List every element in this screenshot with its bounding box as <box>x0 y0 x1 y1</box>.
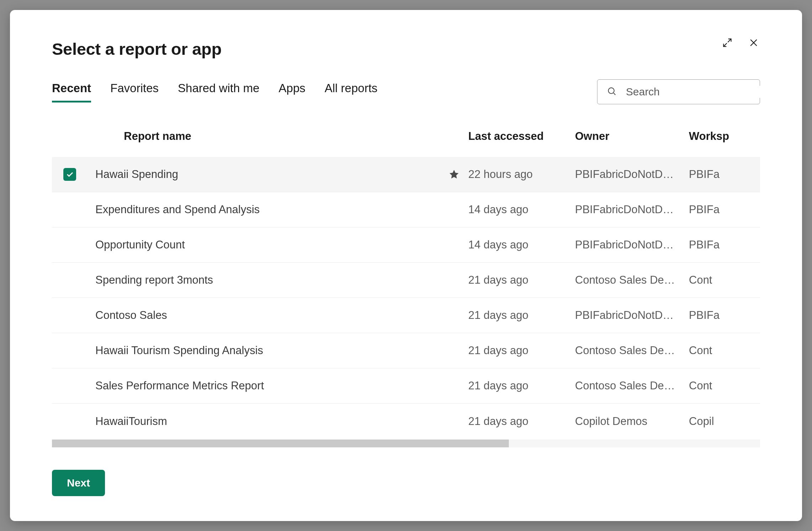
expand-icon[interactable] <box>721 36 734 49</box>
table-body: Hawaii Spending22 hours agoPBIFabricDoNo… <box>52 157 760 439</box>
owner: PBIFabricDoNotD… <box>561 203 689 216</box>
last-accessed: 21 days ago <box>468 344 561 357</box>
select-report-dialog: Select a report or app Recent Favorites <box>10 10 802 521</box>
table-row[interactable]: HawaiiTourism21 days agoCopilot DemosCop… <box>52 404 760 439</box>
favorite-star-icon[interactable] <box>440 169 468 180</box>
search-input[interactable] <box>626 86 761 98</box>
dialog-title: Select a report or app <box>52 39 222 59</box>
last-accessed: 21 days ago <box>468 274 561 286</box>
table-row[interactable]: Opportunity Count14 days agoPBIFabricDoN… <box>52 227 760 263</box>
tab-recent[interactable]: Recent <box>52 82 91 102</box>
dialog-inner: Select a report or app Recent Favorites <box>10 39 802 496</box>
tabbar-row: Recent Favorites Shared with me Apps All… <box>52 79 760 104</box>
last-accessed: 14 days ago <box>468 203 561 216</box>
workspace: Cont <box>689 379 760 392</box>
workspace: PBIFa <box>689 238 760 251</box>
report-name: Expenditures and Spend Analysis <box>88 203 440 216</box>
owner: PBIFabricDoNotD… <box>561 309 689 322</box>
owner: Contoso Sales De… <box>561 274 689 286</box>
tab-apps[interactable]: Apps <box>279 82 305 102</box>
search-icon <box>607 86 617 98</box>
workspace: PBIFa <box>689 168 760 181</box>
workspace: PBIFa <box>689 309 760 322</box>
workspace: Cont <box>689 274 760 286</box>
row-checkbox[interactable] <box>52 168 88 181</box>
owner: Contoso Sales De… <box>561 344 689 357</box>
report-name: HawaiiTourism <box>88 415 440 428</box>
last-accessed: 21 days ago <box>468 379 561 392</box>
report-name: Spending report 3monts <box>88 274 440 286</box>
next-button[interactable]: Next <box>52 470 105 496</box>
svg-point-0 <box>608 88 614 94</box>
last-accessed: 21 days ago <box>468 309 561 322</box>
dialog-footer: Next <box>52 470 760 496</box>
header-icons <box>721 36 760 49</box>
last-accessed: 14 days ago <box>468 238 561 251</box>
owner: Contoso Sales De… <box>561 379 689 392</box>
report-name: Hawaii Spending <box>88 168 440 181</box>
report-name: Sales Performance Metrics Report <box>88 379 440 392</box>
horizontal-scrollbar[interactable] <box>52 440 760 447</box>
owner: Copilot Demos <box>561 415 689 428</box>
owner: PBIFabricDoNotD… <box>561 168 689 181</box>
scrollbar-thumb[interactable] <box>52 440 509 447</box>
last-accessed: 21 days ago <box>468 415 561 428</box>
owner: PBIFabricDoNotD… <box>561 238 689 251</box>
col-owner[interactable]: Owner <box>561 130 689 143</box>
tab-all-reports[interactable]: All reports <box>325 82 378 102</box>
reports-table: Report name Last accessed Owner Worksp H… <box>52 123 760 454</box>
last-accessed: 22 hours ago <box>468 168 561 181</box>
table-row[interactable]: Hawaii Spending22 hours agoPBIFabricDoNo… <box>52 157 760 192</box>
table-row[interactable]: Contoso Sales21 days agoPBIFabricDoNotD…… <box>52 298 760 333</box>
workspace: PBIFa <box>689 203 760 216</box>
workspace: Cont <box>689 344 760 357</box>
col-last-accessed[interactable]: Last accessed <box>468 130 561 143</box>
dialog-header: Select a report or app <box>52 39 760 59</box>
table-row[interactable]: Sales Performance Metrics Report21 days … <box>52 368 760 404</box>
table-header: Report name Last accessed Owner Worksp <box>52 123 760 157</box>
tab-favorites[interactable]: Favorites <box>110 82 159 102</box>
report-name: Contoso Sales <box>88 309 440 322</box>
report-name: Opportunity Count <box>88 238 440 251</box>
table-row[interactable]: Expenditures and Spend Analysis14 days a… <box>52 192 760 227</box>
table-row[interactable]: Hawaii Tourism Spending Analysis21 days … <box>52 333 760 368</box>
search-box[interactable] <box>597 79 760 104</box>
close-icon[interactable] <box>747 36 760 49</box>
tabs: Recent Favorites Shared with me Apps All… <box>52 82 378 102</box>
report-name: Hawaii Tourism Spending Analysis <box>88 344 440 357</box>
table-row[interactable]: Spending report 3monts21 days agoContoso… <box>52 263 760 298</box>
col-report-name[interactable]: Report name <box>88 130 440 143</box>
tab-shared[interactable]: Shared with me <box>178 82 259 102</box>
col-workspace[interactable]: Worksp <box>689 130 760 143</box>
workspace: Copil <box>689 415 760 428</box>
